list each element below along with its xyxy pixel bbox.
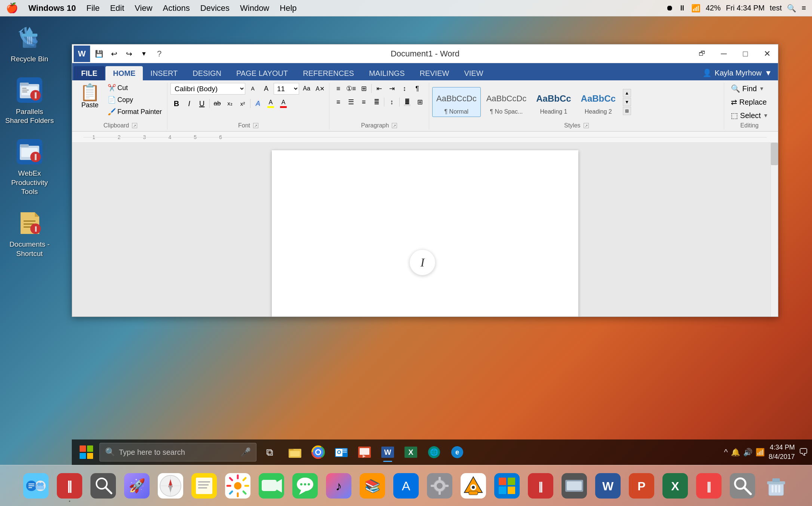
menu-edit[interactable]: Edit <box>108 3 126 14</box>
copy-button[interactable]: 📄 Copy <box>105 95 164 105</box>
taskbar-app-ie[interactable]: e <box>446 441 468 463</box>
apple-menu[interactable]: 🍎 <box>6 2 18 14</box>
taskbar-clock[interactable]: 4:34 PM 8/4/2017 <box>769 443 795 462</box>
dock-excel[interactable]: X <box>660 470 690 501</box>
change-case-button[interactable]: Aa <box>301 83 313 95</box>
multilevel-list-button[interactable]: ⊞ <box>358 83 370 95</box>
restore-down-button[interactable]: 🗗 <box>691 44 713 63</box>
menu-file[interactable]: File <box>85 3 101 14</box>
dock-appstore[interactable]: A <box>391 470 421 501</box>
dock-system-prefs[interactable] <box>424 470 455 501</box>
document-scrollbar[interactable] <box>771 143 778 317</box>
tab-page-layout[interactable]: PAGE LAYOUT <box>229 66 295 80</box>
tab-design[interactable]: DESIGN <box>185 66 229 80</box>
taskbar-app-word[interactable]: W <box>377 441 399 463</box>
style-heading1[interactable]: AaBbCc Heading 1 <box>532 87 575 117</box>
style-no-spacing[interactable]: AaBbCcDc ¶ No Spac... <box>482 87 531 117</box>
undo-button[interactable]: ↩ <box>108 48 120 60</box>
styles-expand[interactable]: ⊞ <box>623 107 631 115</box>
desktop-icon-webex[interactable]: ∥ WebEx Productivity Tools <box>5 137 54 197</box>
start-button[interactable] <box>76 441 97 463</box>
chevron-up-icon[interactable]: ^ <box>724 447 728 457</box>
dock-app-generic[interactable] <box>559 470 590 501</box>
show-formatting-button[interactable]: ¶ <box>411 83 423 95</box>
borders-button[interactable]: ⊞ <box>414 96 426 108</box>
dock-notes[interactable] <box>189 470 219 501</box>
save-button[interactable]: 💾 <box>93 48 105 60</box>
menu-devices[interactable]: Devices <box>199 3 231 14</box>
taskbar-app-file-explorer[interactable] <box>284 441 306 463</box>
tab-file[interactable]: FILE <box>74 66 105 80</box>
bold-button[interactable]: B <box>170 98 182 109</box>
font-color-button[interactable]: A <box>277 98 289 109</box>
dock-vlc[interactable] <box>458 470 489 501</box>
tab-references[interactable]: REFERENCES <box>295 66 362 80</box>
dock-music[interactable]: ♪ <box>323 470 354 501</box>
microphone-icon[interactable]: 🎤 <box>241 447 251 457</box>
taskbar-app-chrome[interactable] <box>307 441 329 463</box>
user-dropdown[interactable]: ▼ <box>765 69 772 77</box>
numbering-button[interactable]: ①≡ <box>345 83 357 95</box>
action-center-icon[interactable]: 🗨 <box>799 447 808 458</box>
style-normal[interactable]: AaBbCcDc ¶ Normal <box>432 87 481 117</box>
justify-button[interactable]: ≣ <box>370 96 382 108</box>
taskbar-app-browser2[interactable]: 🌐 <box>423 441 445 463</box>
menu-windows10[interactable]: Windows 10 <box>27 3 77 14</box>
volume-icon[interactable]: 🔊 <box>743 448 753 457</box>
dock-parallels[interactable]: ∥ <box>54 470 85 501</box>
menu-help[interactable]: Help <box>278 3 298 14</box>
increase-indent-button[interactable]: ⇥ <box>386 83 398 95</box>
scrollbar-thumb[interactable] <box>771 143 778 165</box>
italic-button[interactable]: I <box>183 98 195 109</box>
underline-button[interactable]: U <box>196 98 208 109</box>
tab-review[interactable]: REVIEW <box>412 66 456 80</box>
subscript-button[interactable]: x₂ <box>224 98 236 109</box>
cut-button[interactable]: ✂️ Cut <box>105 83 164 93</box>
align-right-button[interactable]: ≡ <box>358 96 370 108</box>
tab-home[interactable]: HOME <box>105 66 143 80</box>
dock-word[interactable]: W <box>593 470 623 501</box>
menu-window[interactable]: Window <box>239 3 271 14</box>
dock-messages[interactable] <box>290 470 320 501</box>
menubar-search[interactable]: 🔍 <box>787 4 796 13</box>
desktop-icon-recycle-bin[interactable]: Recycle Bin <box>5 22 54 64</box>
tab-mailings[interactable]: MAILINGS <box>362 66 412 80</box>
shading-button[interactable]: ▓ <box>401 96 413 108</box>
task-view-button[interactable]: ⧉ <box>259 441 280 463</box>
find-button[interactable]: 🔍 Find ▼ <box>727 83 768 95</box>
replace-button[interactable]: ⇄ Replace <box>727 96 771 108</box>
decrease-indent-button[interactable]: ⇤ <box>373 83 385 95</box>
taskbar-app-outlook[interactable]: O <box>330 441 352 463</box>
font-expand[interactable]: ↗ <box>253 123 258 128</box>
taskbar-search[interactable]: 🔍 Type here to search 🎤 <box>99 443 256 462</box>
strikethrough-button[interactable]: ab <box>211 98 223 109</box>
align-left-button[interactable]: ≡ <box>332 96 344 108</box>
highlight-color-button[interactable]: A <box>265 98 277 109</box>
style-heading2[interactable]: AaBbCc Heading 2 <box>577 87 620 117</box>
dock-trash[interactable] <box>761 470 791 501</box>
select-dropdown[interactable]: ▼ <box>763 112 768 118</box>
font-size-select[interactable]: 11 <box>274 83 299 95</box>
tab-view[interactable]: VIEW <box>456 66 490 80</box>
bullets-button[interactable]: ≡ <box>332 83 344 95</box>
superscript-button[interactable]: x² <box>237 98 249 109</box>
format-painter-button[interactable]: 🖌️ Format Painter <box>105 107 164 117</box>
clipboard-expand[interactable]: ↗ <box>132 123 137 128</box>
dock-safari[interactable] <box>155 470 186 501</box>
paragraph-expand[interactable]: ↗ <box>392 123 397 128</box>
paste-button[interactable]: 📋 Paste <box>77 83 103 111</box>
document-area[interactable]: I <box>72 143 778 317</box>
font-name-select[interactable]: Calibri (Body) <box>170 83 245 95</box>
close-button[interactable]: ✕ <box>756 44 778 63</box>
sort-button[interactable]: ↕ <box>399 83 410 95</box>
redo-button[interactable]: ↪ <box>123 48 135 60</box>
align-center-button[interactable]: ☰ <box>345 96 357 108</box>
dock-launchpad[interactable]: 🚀 <box>122 470 152 501</box>
customize-qat-button[interactable]: ▼ <box>138 48 150 60</box>
styles-scroll-down[interactable]: ▼ <box>623 98 631 106</box>
dock-finder[interactable] <box>21 470 51 501</box>
text-effects-button[interactable]: A <box>252 98 264 109</box>
dock-photos[interactable] <box>222 470 253 501</box>
menu-actions[interactable]: Actions <box>162 3 191 14</box>
dock-powerpoint[interactable]: P <box>626 470 657 501</box>
